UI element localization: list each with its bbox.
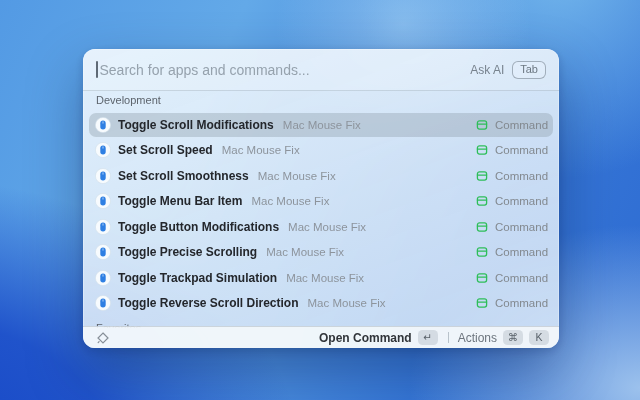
raycast-logo-icon bbox=[96, 331, 110, 345]
command-row[interactable]: Toggle Scroll Modifications Mac Mouse Fi… bbox=[89, 113, 553, 137]
mac-mouse-fix-icon bbox=[95, 117, 111, 133]
command-title: Toggle Precise Scrolling bbox=[118, 245, 257, 259]
command-row[interactable]: Toggle Precise Scrolling Mac Mouse Fix C… bbox=[89, 241, 553, 265]
command-title: Toggle Scroll Modifications bbox=[118, 118, 274, 132]
open-command-button[interactable]: Open Command bbox=[319, 331, 412, 345]
command-title: Toggle Trackpad Simulation bbox=[118, 271, 277, 285]
command-type-label: Command bbox=[495, 246, 547, 258]
action-bar: Open Command ↵ Actions ⌘ K bbox=[83, 326, 559, 348]
command-app-name: Mac Mouse Fix bbox=[266, 246, 344, 258]
command-list: Development Toggle Scroll Modifications … bbox=[83, 91, 559, 328]
command-row[interactable]: Set Scroll Speed Mac Mouse Fix Command bbox=[89, 139, 553, 163]
k-key-badge: K bbox=[529, 330, 549, 345]
command-row[interactable]: Toggle Reverse Scroll Direction Mac Mous… bbox=[89, 292, 553, 316]
development-rows: Toggle Scroll Modifications Mac Mouse Fi… bbox=[89, 113, 553, 315]
command-app-name: Mac Mouse Fix bbox=[308, 297, 386, 309]
terminal-command-icon bbox=[476, 144, 488, 156]
command-title: Set Scroll Speed bbox=[118, 143, 213, 157]
command-title: Set Scroll Smoothness bbox=[118, 169, 249, 183]
command-type-label: Command bbox=[495, 170, 547, 182]
mac-mouse-fix-icon bbox=[95, 168, 111, 184]
section-header-development: Development bbox=[89, 91, 553, 113]
command-row[interactable]: Toggle Button Modifications Mac Mouse Fi… bbox=[89, 215, 553, 239]
command-type-label: Command bbox=[495, 221, 547, 233]
tab-key-badge: Tab bbox=[512, 61, 546, 79]
command-row[interactable]: Toggle Trackpad Simulation Mac Mouse Fix… bbox=[89, 266, 553, 290]
footer-divider bbox=[448, 332, 449, 343]
mac-mouse-fix-icon bbox=[95, 219, 111, 235]
command-title: Toggle Button Modifications bbox=[118, 220, 279, 234]
command-type-label: Command bbox=[495, 195, 547, 207]
command-app-name: Mac Mouse Fix bbox=[258, 170, 336, 182]
command-row[interactable]: Toggle Menu Bar Item Mac Mouse Fix Comma… bbox=[89, 190, 553, 214]
command-row[interactable]: Set Scroll Smoothness Mac Mouse Fix Comm… bbox=[89, 164, 553, 188]
command-app-name: Mac Mouse Fix bbox=[283, 119, 361, 131]
text-caret bbox=[96, 61, 98, 78]
terminal-command-icon bbox=[476, 170, 488, 182]
launcher-window: Search for apps and commands... Ask AI T… bbox=[83, 49, 559, 348]
command-app-name: Mac Mouse Fix bbox=[251, 195, 329, 207]
mac-mouse-fix-icon bbox=[95, 244, 111, 260]
enter-key-badge: ↵ bbox=[418, 330, 438, 345]
search-bar[interactable]: Search for apps and commands... Ask AI T… bbox=[83, 49, 559, 91]
mac-mouse-fix-icon bbox=[95, 193, 111, 209]
command-app-name: Mac Mouse Fix bbox=[286, 272, 364, 284]
mac-mouse-fix-icon bbox=[95, 295, 111, 311]
command-app-name: Mac Mouse Fix bbox=[222, 144, 300, 156]
terminal-command-icon bbox=[476, 272, 488, 284]
terminal-command-icon bbox=[476, 195, 488, 207]
command-app-name: Mac Mouse Fix bbox=[288, 221, 366, 233]
terminal-command-icon bbox=[476, 119, 488, 131]
actions-button[interactable]: Actions bbox=[458, 331, 497, 345]
terminal-command-icon bbox=[476, 221, 488, 233]
command-type-label: Command bbox=[495, 272, 547, 284]
command-type-label: Command bbox=[495, 297, 547, 309]
command-type-label: Command bbox=[495, 119, 547, 131]
terminal-command-icon bbox=[476, 246, 488, 258]
command-type-label: Command bbox=[495, 144, 547, 156]
mac-mouse-fix-icon bbox=[95, 142, 111, 158]
ask-ai-button[interactable]: Ask AI bbox=[470, 63, 504, 77]
mac-mouse-fix-icon bbox=[95, 270, 111, 286]
command-title: Toggle Reverse Scroll Direction bbox=[118, 296, 299, 310]
command-title: Toggle Menu Bar Item bbox=[118, 194, 242, 208]
cmd-key-badge: ⌘ bbox=[503, 330, 523, 345]
terminal-command-icon bbox=[476, 297, 488, 309]
search-input[interactable]: Search for apps and commands... bbox=[100, 62, 471, 78]
